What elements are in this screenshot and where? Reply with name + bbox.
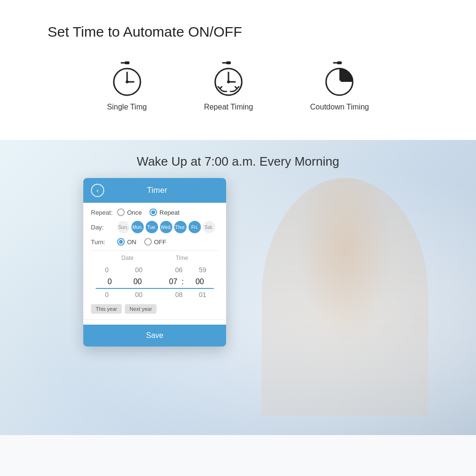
turn-row: Turn: ON OFF [91, 238, 218, 246]
once-option[interactable]: Once [117, 208, 142, 216]
next-year-button[interactable]: Next year [125, 304, 157, 314]
on-label: ON [127, 238, 137, 246]
day-sat[interactable]: Sat. [203, 221, 215, 233]
repeat-timer-icon [209, 59, 248, 97]
wake-up-text: Wake Up at 7:00 a.m. Every Morning [0, 154, 476, 169]
timer-title: Timer [109, 186, 218, 195]
svg-point-5 [126, 80, 129, 83]
back-button[interactable]: ‹ [91, 184, 104, 197]
day-label: Day: [91, 224, 117, 231]
on-radio[interactable] [117, 238, 125, 246]
time-h-2: 07 [154, 278, 178, 286]
background-person [262, 178, 428, 416]
repeat-label: Repeat: [91, 209, 117, 216]
phone-header: ‹ Timer [83, 178, 226, 203]
date-h-3: 0 [95, 291, 119, 298]
day-wed[interactable]: Wed. [160, 221, 172, 233]
phone-ui: ‹ Timer Repeat: Once Repeat [83, 178, 226, 347]
repeat-radio[interactable] [149, 208, 157, 216]
date-m-3: 00 [127, 291, 151, 298]
icons-row: Single Timg Repeat Timing [19, 59, 457, 111]
date-h-2: 0 [98, 278, 121, 286]
time-m-2: 00 [188, 278, 212, 286]
day-mon[interactable]: Mon. [131, 221, 144, 233]
day-thur[interactable]: Thur. [174, 221, 187, 233]
svg-point-11 [227, 80, 230, 83]
once-label: Once [127, 209, 142, 216]
turn-radio-group: ON OFF [117, 238, 167, 246]
repeat-timer-label: Repeat Timing [204, 103, 253, 111]
save-button[interactable]: Save [83, 325, 226, 347]
repeat-row: Repeat: Once Repeat [91, 208, 218, 216]
page-title: Set Time to Automate ON/OFF [19, 24, 457, 40]
svg-point-15 [338, 80, 341, 83]
countdown-timer-label: Coutdown Timing [310, 103, 369, 111]
bottom-section: Wake Up at 7:00 a.m. Every Morning ‹ Tim… [0, 140, 476, 435]
repeat-radio-group: Once Repeat [117, 208, 179, 216]
off-option[interactable]: OFF [144, 238, 167, 246]
repeat-option-label: Repeat [159, 209, 179, 216]
time-h-1: 06 [159, 266, 183, 274]
day-row: Day: Sun. Mon. Tue. Wed. Thur. Fri. Sat. [91, 221, 218, 233]
day-fri[interactable]: Fri. [188, 221, 201, 233]
time-h-3: 08 [159, 291, 183, 298]
day-pills: Sun. Mon. Tue. Wed. Thur. Fri. Sat. [117, 221, 215, 233]
off-radio[interactable] [144, 238, 152, 246]
repeat-option[interactable]: Repeat [149, 208, 179, 216]
turn-label: Turn: [91, 238, 117, 246]
single-timer-label: Single Timg [107, 103, 147, 111]
time-row-3: 0 00 08 01 [91, 289, 218, 300]
countdown-timer-item: Coutdown Timing [310, 59, 369, 111]
time-m-3: 01 [191, 291, 215, 298]
countdown-timer-icon [320, 59, 358, 97]
off-label: OFF [154, 238, 167, 246]
once-radio[interactable] [117, 208, 125, 216]
single-timer-item: Single Timg [107, 59, 147, 111]
single-timer-icon [108, 59, 146, 97]
date-time-section: Date Time 0 00 06 59 0 00 07 : 00 [91, 250, 218, 314]
time-header: Time [155, 255, 209, 261]
time-m-1: 59 [191, 266, 215, 274]
time-colon: : [181, 278, 183, 286]
date-m-2: 00 [126, 278, 149, 286]
phone-body: Repeat: Once Repeat Day: Sun. [83, 203, 226, 319]
day-sun[interactable]: Sun. [117, 221, 129, 233]
time-row-1: 0 00 06 59 [91, 264, 218, 276]
dt-header: Date Time [91, 255, 218, 261]
top-section: Set Time to Automate ON/OFF Single Timg [0, 0, 476, 140]
time-row-selected: 0 00 07 : 00 [96, 276, 214, 289]
this-year-button[interactable]: This year [91, 304, 122, 314]
on-option[interactable]: ON [117, 238, 137, 246]
divider [83, 319, 226, 320]
year-buttons: This year Next year [91, 304, 218, 314]
date-m-1: 00 [127, 266, 151, 274]
repeat-timer-item: Repeat Timing [204, 59, 253, 111]
day-tue[interactable]: Tue. [146, 221, 158, 233]
date-h-1: 0 [95, 266, 119, 274]
date-header: Date [100, 255, 155, 261]
